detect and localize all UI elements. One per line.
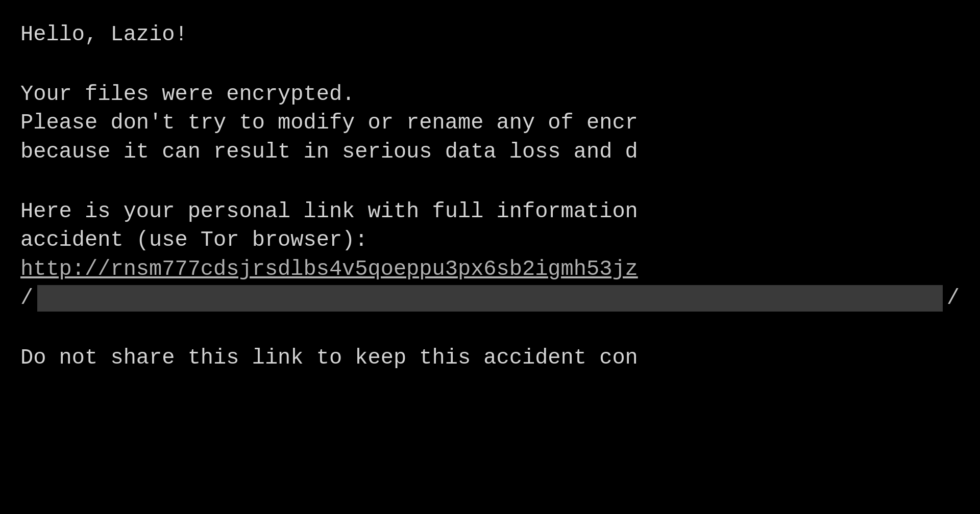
redacted-link-segment — [37, 285, 943, 312]
bottom-notice: Do not share this link to keep this acci… — [20, 344, 960, 373]
link-intro-line2: accident (use Tor browser): — [20, 226, 960, 255]
greeting-text: Hello, Lazio! — [20, 20, 960, 49]
link-slash-right: / — [947, 284, 960, 313]
link-slash-left: / — [20, 284, 33, 313]
link-intro-line1: Here is your personal link with full inf… — [20, 197, 960, 226]
link-continuation: / / — [20, 284, 960, 313]
encryption-line1: Your files were encrypted. — [20, 80, 960, 109]
bottom-line: Do not share this link to keep this acci… — [20, 344, 960, 373]
greeting-label: Hello, Lazio! — [20, 22, 188, 47]
tor-link[interactable]: http://rnsm777cdsjrsdlbs4v5qoeppu3px6sb2… — [20, 255, 960, 284]
encryption-line3: because it can result in serious data lo… — [20, 138, 960, 167]
encryption-line2: Please don't try to modify or rename any… — [20, 109, 960, 138]
encryption-notice: Your files were encrypted. Please don't … — [20, 80, 960, 167]
link-section: Here is your personal link with full inf… — [20, 197, 960, 313]
